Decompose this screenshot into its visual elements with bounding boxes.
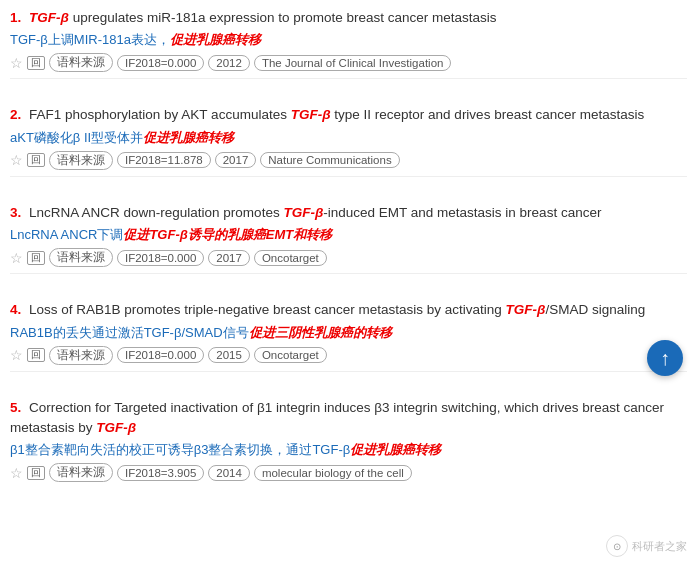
title-line: 2. FAF1 phosphorylation by AKT accumulat… [10, 105, 687, 125]
title-line: 1. TGF-β upregulates miR-181a expression… [10, 8, 687, 28]
chinese-text-before: β1整合素靶向失活的校正可诱导β3整合素切换，通过TGF-β [10, 442, 350, 457]
chinese-title[interactable]: RAB1B的丢失通过激活TGF-β/SMAD信号促进三阴性乳腺癌的转移 [10, 324, 687, 342]
source-tag[interactable]: 语料来源 [49, 53, 113, 72]
title-italic-term: TGF-β [283, 205, 323, 220]
scroll-up-icon: ↑ [660, 347, 670, 370]
journal-tag[interactable]: The Journal of Clinical Investigation [254, 55, 452, 71]
if-tag: IF2018=3.905 [117, 465, 204, 481]
if-tag: IF2018=0.000 [117, 55, 204, 71]
favorite-star-icon[interactable]: ☆ [10, 152, 23, 168]
item-number: 4. [10, 302, 25, 317]
title-italic-term: TGF-β [506, 302, 546, 317]
watermark: ⊙ 科研者之家 [606, 535, 687, 557]
meta-line: ☆回语料来源IF2018=0.0002012The Journal of Cli… [10, 53, 687, 72]
result-item: 3. LncRNA ANCR down-regulation promotes … [10, 203, 687, 286]
if-tag: IF2018=0.000 [117, 347, 204, 363]
result-item: 1. TGF-β upregulates miR-181a expression… [10, 8, 687, 91]
source-tag[interactable]: 语料来源 [49, 151, 113, 170]
title-line: 5. Correction for Targeted inactivation … [10, 398, 687, 439]
chinese-text-before: RAB1B的丢失通过激活TGF-β/SMAD信号 [10, 325, 249, 340]
chinese-text-before: TGF-β上调MIR-181a表达， [10, 32, 170, 47]
chinese-title[interactable]: TGF-β上调MIR-181a表达，促进乳腺癌转移 [10, 31, 687, 49]
year-tag: 2012 [208, 55, 250, 71]
favorite-star-icon[interactable]: ☆ [10, 347, 23, 363]
title-text-before: LncRNA ANCR down-regulation promotes [29, 205, 283, 220]
title-text-after: type II receptor and drives breast cance… [331, 107, 645, 122]
year-tag: 2017 [215, 152, 257, 168]
cite-icon[interactable]: 回 [27, 153, 45, 167]
meta-line: ☆回语料来源IF2018=11.8782017Nature Communicat… [10, 151, 687, 170]
chinese-title[interactable]: LncRNA ANCR下调促进TGF-β诱导的乳腺癌EMT和转移 [10, 226, 687, 244]
chinese-italic-term: 促进三阴性乳腺癌的转移 [249, 325, 392, 340]
cite-icon[interactable]: 回 [27, 56, 45, 70]
chinese-title[interactable]: β1整合素靶向失活的校正可诱导β3整合素切换，通过TGF-β促进乳腺癌转移 [10, 441, 687, 459]
cite-icon[interactable]: 回 [27, 348, 45, 362]
result-item: 4. Loss of RAB1B promotes triple-negativ… [10, 300, 687, 383]
result-item: 2. FAF1 phosphorylation by AKT accumulat… [10, 105, 687, 188]
title-text-after: upregulates miR-181a expression to promo… [69, 10, 497, 25]
favorite-star-icon[interactable]: ☆ [10, 465, 23, 481]
title-italic-term: TGF-β [291, 107, 331, 122]
journal-tag[interactable]: Oncotarget [254, 250, 327, 266]
watermark-text: 科研者之家 [632, 539, 687, 554]
title-italic-term: TGF-β [29, 10, 69, 25]
meta-line: ☆回语料来源IF2018=0.0002015Oncotarget [10, 346, 687, 365]
chinese-title[interactable]: aKT磷酸化β II型受体并促进乳腺癌转移 [10, 129, 687, 147]
title-text-before: FAF1 phosphorylation by AKT accumulates [29, 107, 291, 122]
source-tag[interactable]: 语料来源 [49, 248, 113, 267]
item-number: 5. [10, 400, 25, 415]
meta-line: ☆回语料来源IF2018=3.9052014molecular biology … [10, 463, 687, 482]
favorite-star-icon[interactable]: ☆ [10, 55, 23, 71]
title-line: 4. Loss of RAB1B promotes triple-negativ… [10, 300, 687, 320]
title-italic-term: TGF-β [96, 420, 136, 435]
source-tag[interactable]: 语料来源 [49, 463, 113, 482]
scroll-up-button[interactable]: ↑ [647, 340, 683, 376]
watermark-icon: ⊙ [606, 535, 628, 557]
chinese-italic-term: 促进乳腺癌转移 [170, 32, 261, 47]
item-number: 3. [10, 205, 25, 220]
year-tag: 2014 [208, 465, 250, 481]
title-text-after: /SMAD signaling [545, 302, 645, 317]
chinese-italic-term: 促进乳腺癌转移 [350, 442, 441, 457]
journal-tag[interactable]: Nature Communications [260, 152, 399, 168]
item-number: 2. [10, 107, 25, 122]
if-tag: IF2018=11.878 [117, 152, 211, 168]
cite-icon[interactable]: 回 [27, 251, 45, 265]
title-line: 3. LncRNA ANCR down-regulation promotes … [10, 203, 687, 223]
chinese-text-before: LncRNA ANCR下调 [10, 227, 123, 242]
result-item: 5. Correction for Targeted inactivation … [10, 398, 687, 489]
source-tag[interactable]: 语料来源 [49, 346, 113, 365]
chinese-italic-term: 促进TGF-β诱导的乳腺癌EMT和转移 [123, 227, 332, 242]
chinese-italic-term: 促进乳腺癌转移 [143, 130, 234, 145]
title-text-after: -induced EMT and metastasis in breast ca… [323, 205, 601, 220]
year-tag: 2015 [208, 347, 250, 363]
title-text-before: Loss of RAB1B promotes triple-negative b… [29, 302, 505, 317]
item-number: 1. [10, 10, 25, 25]
journal-tag[interactable]: molecular biology of the cell [254, 465, 412, 481]
cite-icon[interactable]: 回 [27, 466, 45, 480]
if-tag: IF2018=0.000 [117, 250, 204, 266]
journal-tag[interactable]: Oncotarget [254, 347, 327, 363]
chinese-text-before: aKT磷酸化β II型受体并 [10, 130, 143, 145]
favorite-star-icon[interactable]: ☆ [10, 250, 23, 266]
year-tag: 2017 [208, 250, 250, 266]
meta-line: ☆回语料来源IF2018=0.0002017Oncotarget [10, 248, 687, 267]
